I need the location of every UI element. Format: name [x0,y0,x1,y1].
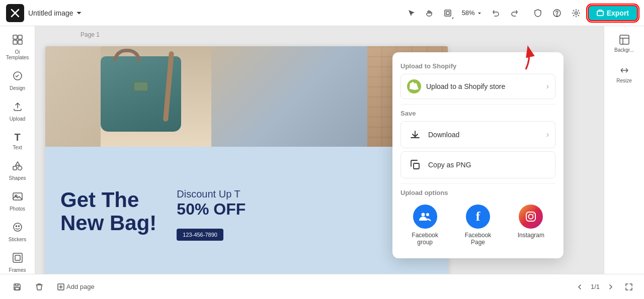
resize-label: Resize [616,78,632,83]
svg-rect-19 [13,253,22,262]
zoom-level: 58% [462,9,475,17]
svg-point-23 [421,213,425,217]
svg-point-5 [556,16,557,17]
svg-point-16 [14,223,22,231]
sidebar-item-design[interactable]: Design [3,66,33,95]
sidebar-item-stickers[interactable]: Stickers [3,218,33,246]
select-tool-button[interactable] [404,5,420,21]
shopify-icon [407,79,421,93]
upload-icon [12,101,23,115]
shopify-chevron-icon: › [546,82,549,91]
upload-options-title: Upload options [400,189,555,196]
resize-panel-button[interactable]: Resize [608,61,640,87]
frames-icon [12,252,23,266]
prev-page-button[interactable] [573,280,587,294]
add-page-button[interactable]: Add page [52,280,100,293]
download-item-left: Download [407,127,459,143]
svg-rect-2 [445,10,451,16]
sidebar: Oi Templates Design Upload T Text Shapes [0,26,35,274]
fb-page-label: Facebook Page [457,232,498,246]
zoom-button[interactable]: 58% [458,7,486,19]
svg-rect-3 [446,12,449,15]
page-label: Page 1 [80,31,100,38]
sidebar-item-shapes[interactable]: Shapes [3,156,33,185]
background-panel-button[interactable]: Backgr... [608,30,640,57]
design-label: Design [10,85,25,91]
shopify-item-label: Upload to a Shopify store [426,82,505,90]
delete-button[interactable] [30,280,48,294]
instagram-icon [519,205,543,229]
svg-rect-29 [620,35,629,44]
fullscreen-button[interactable] [622,280,636,294]
svg-rect-9 [18,35,22,39]
canvas-main-text: Get The New Bag! [60,188,156,235]
canvas-area[interactable]: Page 1 [35,26,604,274]
copy-png-item-left: Copy as PNG [407,157,471,173]
add-page-label: Add page [66,283,95,290]
svg-point-24 [426,213,429,216]
instagram-upload-button[interactable]: Instagram [507,201,555,250]
shapes-icon [12,160,23,174]
download-label: Download [428,131,459,139]
export-button[interactable]: Export [588,5,638,21]
sidebar-item-frames[interactable]: Frames [3,248,33,274]
templates-icon [12,34,23,48]
page-indicator: 1/1 [591,283,600,290]
document-title: Untitled image [28,9,73,17]
canvas-phone-bar: 123-456-7890 [177,229,223,241]
bottombar: Add page 1/1 [0,274,644,299]
topbar: Untitled image 58% [0,0,644,26]
document-title-area[interactable]: Untitled image [28,9,83,17]
copy-png-item[interactable]: Copy as PNG [400,151,555,178]
canvas-bottom-area: Get The New Bag! Discount Up T 50% OFF 1… [45,147,448,274]
svg-point-18 [18,226,19,227]
sidebar-item-templates[interactable]: Oi Templates [3,30,33,64]
svg-point-27 [533,214,534,215]
title-dropdown-icon [75,10,83,17]
app-logo[interactable] [6,4,24,22]
undo-button[interactable] [488,5,504,21]
frames-label: Frames [9,267,26,273]
sidebar-item-photos[interactable]: Photos [3,187,33,216]
svg-point-12 [18,166,22,170]
upload-options-row: Facebook group f Facebook Page Instagram [400,201,555,250]
shield-icon-button[interactable] [530,6,545,21]
shopify-section-title: Upload to Shopify [400,62,555,70]
download-item[interactable]: Download › [400,121,555,148]
shopify-upload-item[interactable]: Upload to a Shopify store › [400,74,555,99]
upload-label: Upload [10,116,26,122]
sidebar-item-text[interactable]: T Text [3,128,33,154]
export-label: Export [607,9,629,17]
photos-icon [12,191,23,205]
next-page-button[interactable] [604,280,618,294]
fb-group-icon [413,205,437,229]
design-icon [12,70,23,84]
settings-icon-button[interactable] [569,6,584,21]
svg-point-26 [529,215,533,219]
download-chevron-icon: › [546,130,549,139]
sidebar-item-upload[interactable]: Upload [3,97,33,126]
fb-page-upload-button[interactable]: f Facebook Page [453,201,502,250]
fb-group-upload-button[interactable]: Facebook group [400,201,449,250]
hand-tool-button[interactable] [422,5,438,21]
shapes-label: Shapes [9,175,26,181]
copy-png-icon [407,157,423,173]
help-icon-button[interactable] [549,6,565,21]
save-section-title: Save [400,110,555,117]
svg-rect-7 [597,11,603,16]
canvas-page[interactable]: Get The New Bag! Discount Up T 50% OFF 1… [45,46,448,274]
instagram-label: Instagram [518,232,544,239]
redo-button[interactable] [506,5,522,21]
background-label: Backgr... [614,47,634,53]
topbar-right: Export [530,5,638,21]
svg-point-17 [16,226,17,227]
frame-tool-button[interactable] [440,5,456,21]
svg-rect-8 [13,35,17,39]
svg-rect-11 [18,40,22,44]
divider-2 [400,183,555,184]
save-canvas-button[interactable] [8,280,26,294]
fb-group-label: Facebook group [405,232,445,246]
text-icon: T [14,132,20,143]
svg-rect-20 [15,255,20,260]
export-dropdown: Upload to Shopify Upload to a Shopify st… [392,52,564,258]
